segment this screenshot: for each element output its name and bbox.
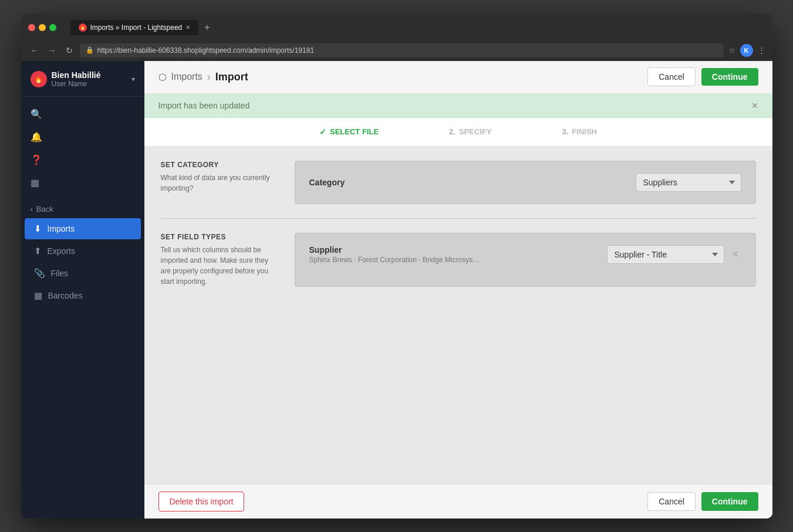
delete-import-button[interactable]: Delete this import: [158, 492, 245, 511]
breadcrumb-icon: ⬡: [158, 72, 167, 83]
sidebar-item-files[interactable]: 📎 Files: [25, 263, 141, 284]
sidebar: 🔥 Bien Habillié User Name ▾ 🔍 🔔 ❓ ▦ ‹ Ba…: [21, 61, 144, 519]
tab-close-icon[interactable]: ✕: [185, 24, 190, 31]
category-select[interactable]: Suppliers Products Customers Orders: [636, 173, 741, 192]
star-icon[interactable]: ☆: [728, 46, 735, 55]
brand-dropdown-icon[interactable]: ▾: [131, 75, 135, 83]
new-tab-button[interactable]: +: [201, 22, 213, 33]
title-bar: 🔥 Imports » Import - Lightspeed ✕ +: [28, 20, 765, 35]
set-category-section: SET CATEGORY What kind of data are you c…: [144, 147, 772, 218]
progress-steps: ✓ SELECT FILE 2. SPECIFY 3. FINISH: [144, 118, 772, 147]
success-message: Import has been updated: [158, 101, 250, 110]
grid-icon-btn[interactable]: ▦: [21, 172, 144, 193]
maximize-traffic-light[interactable]: [49, 24, 56, 31]
app-container: 🔥 Bien Habillié User Name ▾ 🔍 🔔 ❓ ▦ ‹ Ba…: [21, 61, 772, 519]
tab-title: Imports » Import - Lightspeed: [90, 23, 183, 32]
banner-close-button[interactable]: ✕: [751, 101, 758, 110]
set-category-content: Category Suppliers Products Customers Or…: [295, 161, 756, 204]
lock-icon: 🔒: [86, 46, 94, 54]
set-field-types-section: SET FIELD TYPES Tell us which columns sh…: [144, 219, 772, 301]
field-type-left: Supplier Sphinx Brews · Forest Corporati…: [309, 245, 598, 264]
tab-favicon: 🔥: [79, 23, 87, 32]
menu-icon[interactable]: ⋮: [758, 46, 765, 55]
back-button[interactable]: ‹ Back: [21, 200, 144, 218]
user-avatar[interactable]: K: [740, 44, 753, 57]
exports-label: Exports: [48, 246, 75, 256]
address-bar[interactable]: 🔒 https://bien-habillie-606338.shoplight…: [80, 43, 724, 57]
brand-left: 🔥 Bien Habillié User Name: [31, 70, 101, 88]
field-type-name: Supplier: [309, 245, 598, 255]
step-specify-label: SPECIFY: [459, 127, 492, 136]
brand-logo: 🔥: [31, 71, 47, 87]
step-finish-num: 3.: [562, 127, 569, 136]
step-select-file-label: SELECT FILE: [330, 127, 379, 136]
set-field-types-title: SET FIELD TYPES: [161, 233, 278, 241]
minimize-traffic-light[interactable]: [39, 24, 46, 31]
browser-window: 🔥 Imports » Import - Lightspeed ✕ + ← → …: [21, 14, 772, 519]
set-field-types-description: SET FIELD TYPES Tell us which columns sh…: [161, 233, 278, 287]
exports-icon: ⬆: [34, 246, 42, 256]
step-select-file: ✓ SELECT FILE: [284, 127, 414, 137]
files-icon: 📎: [34, 268, 45, 279]
header-continue-button[interactable]: Continue: [701, 68, 758, 86]
breadcrumb-parent[interactable]: Imports: [171, 72, 203, 82]
browser-chrome: 🔥 Imports » Import - Lightspeed ✕ + ← → …: [21, 14, 772, 61]
footer-cancel-button[interactable]: Cancel: [647, 492, 696, 511]
set-category-description: SET CATEGORY What kind of data are you c…: [161, 161, 278, 204]
back-label: Back: [36, 205, 53, 214]
imports-label: Imports: [48, 224, 75, 233]
set-field-types-content: Supplier Sphinx Brews · Forest Corporati…: [295, 233, 756, 287]
step-finish: 3. FINISH: [527, 127, 632, 136]
footer-right: Cancel Continue: [647, 492, 758, 511]
field-type-remove-button[interactable]: ✕: [729, 246, 741, 262]
breadcrumb: ⬡ Imports › Import: [158, 71, 248, 83]
traffic-lights: [28, 24, 56, 31]
field-type-select[interactable]: Supplier - Title Supplier - ID Supplier …: [607, 245, 724, 264]
step-specify-num: 2.: [449, 127, 455, 136]
help-icon-btn[interactable]: ❓: [21, 150, 144, 170]
refresh-nav-button[interactable]: ↻: [63, 45, 75, 56]
category-field-row: Category Suppliers Products Customers Or…: [309, 173, 741, 192]
set-field-types-desc: Tell us which columns should be imported…: [161, 245, 278, 287]
header-actions: Cancel Continue: [647, 67, 758, 86]
url-text: https://bien-habillie-606338.shoplightsp…: [97, 46, 718, 55]
brand-info: Bien Habillié User Name: [52, 70, 101, 88]
brand-name: Bien Habillié: [52, 70, 101, 80]
field-type-sub: Sphinx Brews · Forest Corporation · Brid…: [309, 256, 598, 264]
main-header: ⬡ Imports › Import Cancel Continue: [144, 61, 772, 94]
step-check-icon: ✓: [319, 127, 326, 137]
barcodes-label: Barcodes: [48, 291, 83, 300]
field-type-row: Supplier Sphinx Brews · Forest Corporati…: [309, 245, 741, 264]
tab-bar: 🔥 Imports » Import - Lightspeed ✕ +: [70, 20, 765, 35]
files-label: Files: [51, 269, 69, 278]
sidebar-nav-icons: 🔍 🔔 ❓ ▦: [21, 97, 144, 200]
search-icon-btn[interactable]: 🔍: [21, 104, 144, 124]
back-arrow-icon: ‹: [31, 205, 33, 214]
sidebar-header: 🔥 Bien Habillié User Name ▾: [21, 61, 144, 97]
step-specify: 2. SPECIFY: [414, 127, 527, 136]
forward-nav-button[interactable]: →: [46, 45, 59, 56]
success-banner: Import has been updated ✕: [144, 94, 772, 118]
sidebar-item-barcodes[interactable]: ▦ Barcodes: [25, 285, 141, 306]
address-bar-row: ← → ↻ 🔒 https://bien-habillie-606338.sho…: [28, 40, 765, 61]
close-traffic-light[interactable]: [28, 24, 35, 31]
imports-icon: ⬇: [34, 223, 42, 234]
sidebar-item-imports[interactable]: ⬇ Imports: [25, 218, 141, 239]
back-nav-button[interactable]: ←: [28, 45, 41, 56]
bell-icon-btn[interactable]: 🔔: [21, 127, 144, 147]
sidebar-item-exports[interactable]: ⬆ Exports: [25, 240, 141, 262]
address-bar-actions: ☆ K ⋮: [728, 44, 765, 57]
main-footer: Delete this import Cancel Continue: [144, 484, 772, 519]
step-finish-label: FINISH: [572, 127, 597, 136]
active-tab[interactable]: 🔥 Imports » Import - Lightspeed ✕: [70, 20, 199, 35]
header-cancel-button[interactable]: Cancel: [647, 67, 696, 86]
sidebar-menu-items: ⬇ Imports ⬆ Exports 📎 Files ▦ Barcodes: [21, 218, 144, 306]
category-label: Category: [309, 178, 345, 187]
footer-continue-button[interactable]: Continue: [701, 492, 758, 511]
set-category-title: SET CATEGORY: [161, 161, 278, 169]
brand-username: User Name: [52, 80, 101, 88]
set-category-desc: What kind of data are you currently impo…: [161, 172, 278, 194]
content-area: SET CATEGORY What kind of data are you c…: [144, 147, 772, 484]
breadcrumb-current: Import: [215, 71, 248, 83]
barcodes-icon: ▦: [34, 290, 42, 301]
